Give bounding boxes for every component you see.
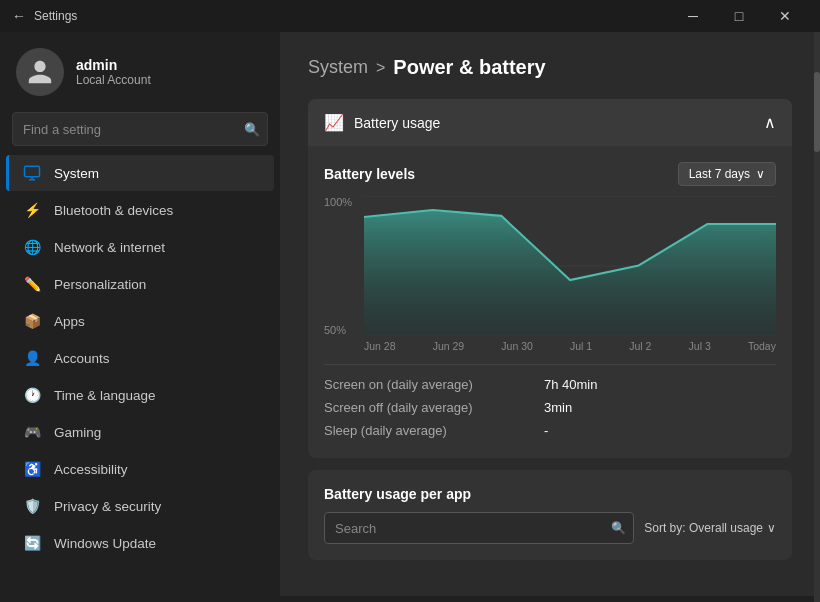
battery-chart: 100% 50%: [324, 196, 776, 356]
titlebar: ← Settings ─ □ ✕: [0, 0, 820, 32]
breadcrumb: System > Power & battery: [308, 56, 792, 79]
battery-usage-body: Battery levels Last 7 days ∨ 100% 50%: [308, 146, 792, 458]
main-area: admin Local Account 🔍: [0, 32, 820, 602]
per-app-search-icon: 🔍: [611, 521, 626, 535]
titlebar-left: ← Settings: [12, 8, 77, 24]
stat-screen-on-value: 7h 40min: [544, 377, 597, 392]
sidebar-item-system-label: System: [54, 166, 99, 181]
search-icon: 🔍: [244, 122, 260, 137]
titlebar-controls: ─ □ ✕: [670, 0, 808, 32]
chart-x-labels: Jun 28 Jun 29 Jun 30 Jul 1 Jul 2 Jul 3 T…: [364, 336, 776, 356]
sidebar-item-network-label: Network & internet: [54, 240, 165, 255]
breadcrumb-separator: >: [376, 59, 385, 77]
sidebar-item-apps[interactable]: 📦 Apps: [6, 303, 274, 339]
gaming-icon: 🎮: [22, 422, 42, 442]
apps-icon: 📦: [22, 311, 42, 331]
battery-chart-icon: 📈: [324, 113, 344, 132]
sidebar-item-time[interactable]: 🕐 Time & language: [6, 377, 274, 413]
breadcrumb-current: Power & battery: [393, 56, 545, 79]
sidebar-item-personalization-label: Personalization: [54, 277, 146, 292]
sidebar-item-system[interactable]: System: [6, 155, 274, 191]
sidebar-item-privacy[interactable]: 🛡️ Privacy & security: [6, 488, 274, 524]
breadcrumb-parent: System: [308, 57, 368, 78]
stat-sleep-value: -: [544, 423, 548, 438]
sidebar-item-gaming-label: Gaming: [54, 425, 101, 440]
sort-chevron-icon: ∨: [767, 521, 776, 535]
privacy-icon: 🛡️: [22, 496, 42, 516]
sidebar-item-personalization[interactable]: ✏️ Personalization: [6, 266, 274, 302]
x-label-jun29: Jun 29: [433, 340, 465, 352]
x-label-jul1: Jul 1: [570, 340, 592, 352]
x-label-jul2: Jul 2: [629, 340, 651, 352]
sidebar-item-bluetooth[interactable]: ⚡ Bluetooth & devices: [6, 192, 274, 228]
close-button[interactable]: ✕: [762, 0, 808, 32]
chart-y-labels: 100% 50%: [324, 196, 352, 356]
user-section: admin Local Account: [0, 32, 280, 108]
sidebar-item-update[interactable]: 🔄 Windows Update: [6, 525, 274, 561]
accessibility-icon: ♿: [22, 459, 42, 479]
sidebar-item-apps-label: Apps: [54, 314, 85, 329]
scrollbar-track: [814, 32, 820, 602]
battery-usage-header[interactable]: 📈 Battery usage ∧: [308, 99, 792, 146]
sidebar-item-accounts[interactable]: 👤 Accounts: [6, 340, 274, 376]
stat-screen-off-label: Screen off (daily average): [324, 400, 544, 415]
user-info: admin Local Account: [76, 57, 151, 87]
sidebar: admin Local Account 🔍: [0, 32, 280, 602]
stat-row-screen-off: Screen off (daily average) 3min: [324, 396, 776, 419]
minimize-button[interactable]: ─: [670, 0, 716, 32]
battery-stats: Screen on (daily average) 7h 40min Scree…: [324, 364, 776, 442]
stat-screen-on-label: Screen on (daily average): [324, 377, 544, 392]
search-input[interactable]: [12, 112, 268, 146]
collapse-icon: ∧: [764, 113, 776, 132]
per-app-title: Battery usage per app: [324, 486, 776, 502]
y-label-50: 50%: [324, 324, 352, 336]
system-icon: [22, 163, 42, 183]
battery-usage-title: Battery usage: [354, 115, 440, 131]
date-range-dropdown[interactable]: Last 7 days ∨: [678, 162, 776, 186]
content-wrapper: System > Power & battery 📈 Battery usage…: [280, 32, 820, 602]
stat-screen-off-value: 3min: [544, 400, 572, 415]
x-label-today: Today: [748, 340, 776, 352]
battery-usage-card: 📈 Battery usage ∧ Battery levels Last 7 …: [308, 99, 792, 458]
x-label-jul3: Jul 3: [689, 340, 711, 352]
personalization-icon: ✏️: [22, 274, 42, 294]
sort-button[interactable]: Sort by: Overall usage ∨: [644, 521, 776, 535]
accounts-icon: 👤: [22, 348, 42, 368]
bluetooth-icon: ⚡: [22, 200, 42, 220]
per-app-card: Battery usage per app 🔍 Sort by: Overall…: [308, 470, 792, 560]
battery-levels-header: Battery levels Last 7 days ∨: [324, 162, 776, 186]
update-icon: 🔄: [22, 533, 42, 553]
avatar: [16, 48, 64, 96]
time-icon: 🕐: [22, 385, 42, 405]
x-label-jun30: Jun 30: [501, 340, 533, 352]
date-range-label: Last 7 days: [689, 167, 750, 181]
x-label-jun28: Jun 28: [364, 340, 396, 352]
sidebar-item-update-label: Windows Update: [54, 536, 156, 551]
svg-rect-0: [25, 166, 40, 177]
user-name: admin: [76, 57, 151, 73]
sidebar-item-network[interactable]: 🌐 Network & internet: [6, 229, 274, 265]
sort-label: Sort by: Overall usage: [644, 521, 763, 535]
dropdown-chevron-icon: ∨: [756, 167, 765, 181]
y-label-100: 100%: [324, 196, 352, 208]
network-icon: 🌐: [22, 237, 42, 257]
sidebar-item-accessibility[interactable]: ♿ Accessibility: [6, 451, 274, 487]
sidebar-item-bluetooth-label: Bluetooth & devices: [54, 203, 173, 218]
battery-usage-header-left: 📈 Battery usage: [324, 113, 440, 132]
svg-marker-4: [364, 210, 776, 336]
battery-levels-title: Battery levels: [324, 166, 415, 182]
per-app-body: Battery usage per app 🔍 Sort by: Overall…: [308, 470, 792, 560]
scrollbar-thumb[interactable]: [814, 72, 820, 152]
user-account-type: Local Account: [76, 73, 151, 87]
stat-sleep-label: Sleep (daily average): [324, 423, 544, 438]
sidebar-item-gaming[interactable]: 🎮 Gaming: [6, 414, 274, 450]
stat-row-screen-on: Screen on (daily average) 7h 40min: [324, 373, 776, 396]
back-icon[interactable]: ←: [12, 8, 26, 24]
search-box: 🔍: [12, 112, 268, 146]
main-content: System > Power & battery 📈 Battery usage…: [280, 32, 820, 596]
titlebar-title: Settings: [34, 9, 77, 23]
maximize-button[interactable]: □: [716, 0, 762, 32]
sidebar-item-privacy-label: Privacy & security: [54, 499, 161, 514]
per-app-search-row: 🔍 Sort by: Overall usage ∨: [324, 512, 776, 544]
per-app-search-input[interactable]: [324, 512, 634, 544]
